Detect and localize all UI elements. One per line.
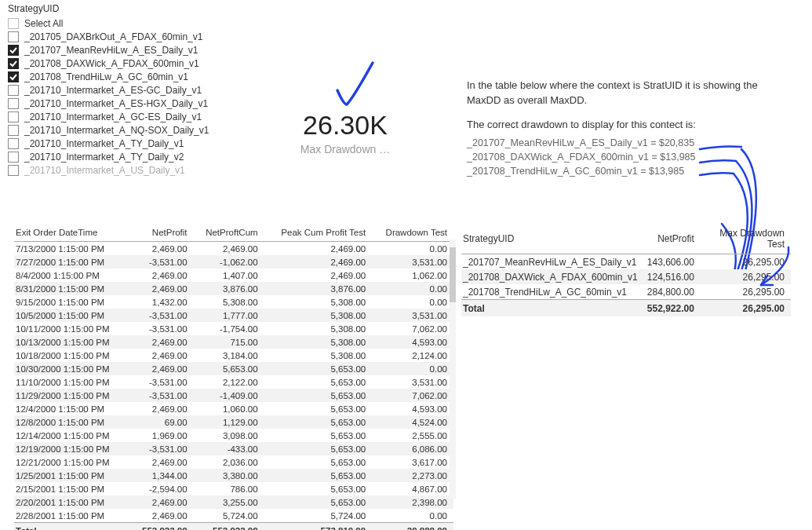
table-row[interactable]: 12/14/2000 1:15:00 PM1,969.003,098.005,6… — [14, 429, 453, 442]
table-row[interactable]: 2/20/2001 1:15:00 PM2,469.003,255.005,65… — [14, 495, 453, 509]
table-cell: 1,062.00 — [372, 269, 453, 282]
table-row[interactable]: 9/15/2000 1:15:00 PM1,432.005,308.005,30… — [14, 295, 453, 309]
table-cell: 10/13/2000 1:15:00 PM — [14, 335, 131, 349]
slicer-item[interactable]: _201710_Intermarket_A_GC-ES_Daily_v1 — [8, 110, 224, 123]
table-row[interactable]: 11/29/2000 1:15:00 PM-3,531.00-1,409.005… — [14, 389, 453, 402]
slicer-item[interactable]: _201710_Intermarket_A_ES-GC_Daily_v1 — [8, 83, 224, 97]
table-cell: 5,724.00 — [194, 509, 264, 523]
table-cell: 7,062.00 — [372, 389, 453, 402]
detail-table: Exit Order DateTimeNetProfitNetProftCumP… — [14, 224, 453, 530]
slicer-item-label: _201707_MeanRevHiLw_A_ES_Daily_v1 — [24, 45, 198, 56]
slicer-item[interactable]: _201708_DAXWick_A_FDAX_600min_v1 — [8, 57, 224, 70]
table-cell: 3,255.00 — [194, 495, 264, 509]
table-row[interactable]: _201707_MeanRevHiLw_A_ES_Daily_v1143,606… — [461, 254, 791, 270]
table-cell: 10/5/2000 1:15:00 PM — [14, 309, 131, 322]
table-row[interactable]: 12/21/2000 1:15:00 PM2,469.002,036.005,6… — [14, 455, 453, 469]
table-cell: 5,653.00 — [264, 362, 373, 375]
checkbox-select-all[interactable] — [8, 18, 19, 29]
table-cell: 1,344.00 — [131, 469, 194, 482]
table-row[interactable]: 10/30/2000 1:15:00 PM2,469.005,653.005,6… — [14, 362, 453, 375]
table-cell: 5,308.00 — [264, 295, 373, 309]
column-header[interactable]: Exit Order DateTime — [14, 224, 131, 242]
slicer-item[interactable]: _201710_Intermarket_A_TY_Daily_v2 — [8, 150, 224, 163]
table-row[interactable]: 10/13/2000 1:15:00 PM2,469.00715.005,308… — [14, 335, 453, 349]
column-header[interactable]: NetProfit — [644, 224, 701, 254]
table-cell: 1,407.00 — [194, 269, 264, 282]
table-cell: -1,754.00 — [194, 322, 264, 335]
table-cell: 1,969.00 — [131, 429, 194, 442]
slicer-item[interactable]: _201708_TrendHiLw_A_GC_60min_v1 — [8, 70, 224, 83]
table-cell: 8/4/2000 1:15:00 PM — [14, 269, 131, 282]
table-row[interactable]: 11/10/2000 1:15:00 PM-3,531.002,122.005,… — [14, 375, 453, 389]
detail-table-wrap: Exit Order DateTimeNetProfitNetProftCumP… — [14, 224, 453, 530]
table-cell: 0.00 — [372, 362, 453, 375]
table-cell: 5,308.00 — [264, 349, 373, 362]
table-cell: -3,531.00 — [131, 255, 194, 269]
slicer-item[interactable]: _201710_Intermarket_A_ES-HGX_Daily_v1 — [8, 97, 224, 110]
checkbox-icon[interactable] — [8, 138, 19, 149]
table-cell-total: 20,888.00 — [372, 523, 453, 531]
slicer-item[interactable]: _201710_Intermarket_A_NQ-SOX_Daily_v1 — [8, 123, 224, 137]
table-row[interactable]: 12/4/2000 1:15:00 PM2,469.001,060.005,65… — [14, 402, 453, 415]
table-cell: 10/30/2000 1:15:00 PM — [14, 362, 131, 375]
table-cell: 10/18/2000 1:15:00 PM — [14, 349, 131, 362]
checkbox-icon[interactable] — [8, 125, 19, 136]
slicer-item[interactable]: _201710_Intermarket_A_US_Daily_v1 — [8, 163, 224, 177]
table-row[interactable]: 12/19/2000 1:15:00 PM-3,531.00-433.005,6… — [14, 442, 453, 455]
table-row[interactable]: 2/28/2001 1:15:00 PM2,469.005,724.005,72… — [14, 509, 453, 523]
checkbox-icon[interactable] — [8, 98, 19, 109]
checkbox-icon[interactable] — [8, 58, 19, 69]
checkbox-icon[interactable] — [8, 85, 19, 96]
scrollbar[interactable] — [450, 239, 456, 499]
checkbox-icon[interactable] — [8, 31, 19, 42]
slicer-item[interactable]: _201707_MeanRevHiLw_A_ES_Daily_v1 — [8, 43, 224, 57]
table-cell: 5,308.00 — [264, 309, 373, 322]
table-cell: 5,653.00 — [264, 415, 373, 429]
table-cell: -1,409.00 — [194, 389, 264, 402]
slicer-item[interactable]: _201710_Intermarket_A_TY_Daily_v1 — [8, 137, 224, 150]
table-cell: 2/28/2001 1:15:00 PM — [14, 509, 131, 523]
checkbox-icon[interactable] — [8, 152, 19, 163]
column-header[interactable]: Peak Cum Profit Test — [264, 224, 373, 242]
table-row[interactable]: 7/27/2000 1:15:00 PM-3,531.00-1,062.002,… — [14, 255, 453, 269]
table-row[interactable]: 12/8/2000 1:15:00 PM69.001,129.005,653.0… — [14, 415, 453, 429]
table-row[interactable]: _201708_DAXWick_A_FDAX_600min_v1124,516.… — [461, 269, 791, 284]
column-header[interactable]: NetProfit — [131, 224, 194, 242]
table-cell: 6,086.00 — [372, 442, 453, 455]
table-cell: 786.00 — [194, 482, 264, 495]
slicer-item-label: _201710_Intermarket_A_TY_Daily_v2 — [24, 152, 184, 163]
checkbox-icon[interactable] — [8, 111, 19, 122]
table-row[interactable]: _201708_TrendHiLw_A_GC_60min_v1284,800.0… — [461, 284, 791, 300]
checkbox-icon[interactable] — [8, 71, 19, 82]
table-row[interactable]: 10/18/2000 1:15:00 PM2,469.003,184.005,3… — [14, 349, 453, 362]
table-header-row: StrategyUIDNetProfitMax Drawdown Test — [461, 224, 791, 254]
table-cell: 715.00 — [194, 335, 264, 349]
table-cell: 11/10/2000 1:15:00 PM — [14, 375, 131, 389]
checkmark-ink — [330, 59, 384, 122]
table-cell: 4,593.00 — [372, 335, 453, 349]
table-cell: 284,800.00 — [644, 284, 701, 300]
table-cell: 3,380.00 — [194, 469, 264, 482]
table-cell: 5,308.00 — [264, 335, 373, 349]
column-header[interactable]: StrategyUID — [461, 224, 644, 254]
slicer-item[interactable]: _201705_DAXBrkOut_A_FDAX_60min_v1 — [8, 30, 224, 43]
checkbox-icon[interactable] — [8, 45, 19, 56]
table-cell: 2,469.00 — [131, 335, 194, 349]
table-cell-total: Total — [461, 300, 644, 316]
table-cell-total: 552,922.00 — [194, 523, 264, 531]
table-row[interactable]: 7/13/2000 1:15:00 PM2,469.002,469.002,46… — [14, 242, 453, 256]
table-row[interactable]: 8/31/2000 1:15:00 PM2,469.003,876.003,87… — [14, 282, 453, 295]
table-cell: 12/14/2000 1:15:00 PM — [14, 429, 131, 442]
table-row[interactable]: 2/15/2001 1:15:00 PM-2,594.00786.005,653… — [14, 482, 453, 495]
column-header[interactable]: Drawdown Test — [372, 224, 453, 242]
column-header[interactable]: NetProftCum — [194, 224, 264, 242]
table-row[interactable]: 8/4/2000 1:15:00 PM2,469.001,407.002,469… — [14, 269, 453, 282]
table-row[interactable]: 1/25/2001 1:15:00 PM1,344.003,380.005,65… — [14, 469, 453, 482]
table-row[interactable]: 10/11/2000 1:15:00 PM-3,531.00-1,754.005… — [14, 322, 453, 335]
table-cell: 5,653.00 — [264, 375, 373, 389]
table-row[interactable]: 10/5/2000 1:15:00 PM-3,531.001,777.005,3… — [14, 309, 453, 322]
scrollbar-thumb[interactable] — [450, 247, 456, 302]
checkbox-icon[interactable] — [8, 165, 19, 176]
slicer-select-all[interactable]: Select All — [8, 16, 224, 30]
table-cell: 9/15/2000 1:15:00 PM — [14, 295, 131, 309]
